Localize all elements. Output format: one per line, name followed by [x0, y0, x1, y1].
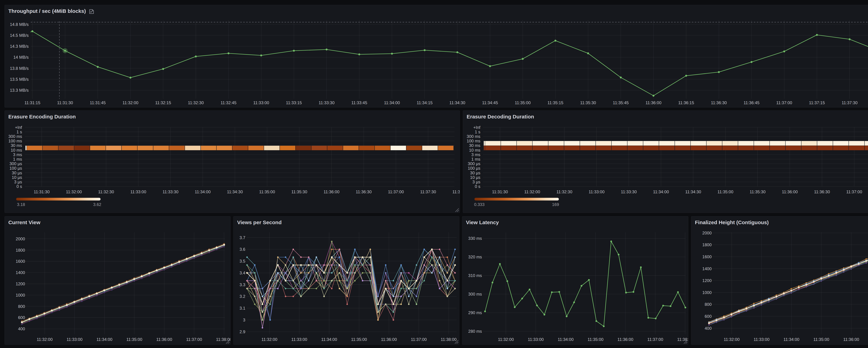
svg-text:10 ms: 10 ms: [469, 148, 480, 152]
svg-text:11:37:15: 11:37:15: [809, 100, 825, 105]
svg-text:1400: 1400: [16, 270, 25, 275]
svg-text:Erasure Decoding Duration: Erasure Decoding Duration: [467, 114, 534, 119]
svg-text:11:34:45: 11:34:45: [482, 100, 498, 105]
svg-text:11:37:00: 11:37:00: [411, 337, 427, 342]
svg-text:11:35:00: 11:35:00: [587, 337, 603, 342]
svg-text:11:33:45: 11:33:45: [351, 100, 367, 105]
svg-text:3.5: 3.5: [240, 259, 245, 263]
svg-text:+Inf: +Inf: [473, 125, 480, 130]
svg-text:3.2: 3.2: [240, 294, 245, 299]
svg-text:11:33:00: 11:33:00: [589, 190, 604, 194]
svg-text:11:33:00: 11:33:00: [67, 337, 83, 342]
svg-text:14.3 MB/s: 14.3 MB/s: [10, 44, 29, 49]
svg-text:11:37:00: 11:37:00: [846, 190, 862, 194]
svg-text:100 ms: 100 ms: [467, 139, 480, 143]
svg-text:11:36:00: 11:36:00: [381, 337, 397, 342]
svg-text:0.333: 0.333: [474, 202, 485, 207]
svg-text:11:32:00: 11:32:00: [724, 337, 740, 342]
svg-text:11:34:00: 11:34:00: [195, 190, 211, 194]
svg-text:3 ms: 3 ms: [13, 152, 22, 157]
svg-text:11:36:30: 11:36:30: [356, 190, 372, 194]
svg-text:30 ms: 30 ms: [11, 143, 22, 148]
svg-text:11:34:30: 11:34:30: [685, 190, 701, 194]
svg-text:300 ms: 300 ms: [468, 292, 482, 296]
svg-text:3 µs: 3 µs: [14, 179, 22, 184]
svg-text:11:32:00: 11:32:00: [261, 337, 277, 342]
svg-text:1200: 1200: [702, 278, 712, 283]
svg-text:30 µs: 30 µs: [470, 171, 480, 175]
svg-text:11:37:30: 11:37:30: [842, 100, 858, 105]
svg-text:3.62: 3.62: [93, 202, 101, 207]
svg-text:800: 800: [18, 304, 25, 309]
svg-text:11:35:00: 11:35:00: [515, 100, 531, 105]
svg-text:11:32:00: 11:32:00: [66, 190, 82, 194]
svg-text:100 ms: 100 ms: [8, 139, 22, 143]
svg-text:0 s: 0 s: [17, 184, 22, 189]
svg-text:11:34:30: 11:34:30: [227, 190, 243, 194]
svg-text:0 s: 0 s: [475, 184, 480, 189]
svg-text:Current View: Current View: [8, 220, 40, 225]
svg-text:11:31:30: 11:31:30: [57, 100, 73, 105]
svg-text:11:36:00: 11:36:00: [843, 337, 859, 342]
svg-text:30 ms: 30 ms: [469, 143, 480, 148]
svg-text:300 µs: 300 µs: [9, 161, 22, 166]
svg-text:600: 600: [705, 314, 712, 319]
svg-text:3.4: 3.4: [240, 270, 245, 275]
svg-text:10 µs: 10 µs: [12, 175, 22, 180]
svg-text:13.5 MB/s: 13.5 MB/s: [10, 77, 29, 82]
svg-text:1000: 1000: [702, 290, 712, 295]
svg-text:11:36:00: 11:36:00: [618, 337, 633, 342]
svg-text:13.8 MB/s: 13.8 MB/s: [10, 66, 29, 71]
svg-text:11:34:00: 11:34:00: [96, 337, 113, 342]
svg-text:2000: 2000: [702, 231, 712, 235]
svg-text:11:36:15: 11:36:15: [678, 100, 694, 105]
svg-text:3.6: 3.6: [240, 247, 245, 252]
svg-text:3.7: 3.7: [240, 235, 245, 240]
svg-text:11:35:00: 11:35:00: [351, 337, 367, 342]
svg-text:1800: 1800: [16, 248, 25, 253]
svg-text:1600: 1600: [16, 259, 25, 264]
svg-text:100 µs: 100 µs: [9, 166, 22, 171]
svg-text:300 ms: 300 ms: [467, 134, 480, 139]
svg-text:2.9: 2.9: [240, 329, 245, 334]
svg-text:11:31:45: 11:31:45: [90, 100, 106, 105]
svg-text:1000: 1000: [16, 293, 25, 297]
svg-text:11:35:00: 11:35:00: [813, 337, 829, 342]
svg-text:11:33:00: 11:33:00: [291, 337, 307, 342]
svg-text:11:38:00: 11:38:00: [453, 190, 460, 194]
svg-text:11:35:00: 11:35:00: [126, 337, 142, 342]
svg-text:11:33:15: 11:33:15: [286, 100, 302, 105]
svg-text:1200: 1200: [16, 282, 25, 286]
svg-text:11:31:30: 11:31:30: [34, 190, 50, 194]
svg-text:1600: 1600: [702, 254, 712, 259]
svg-text:11:33:30: 11:33:30: [162, 190, 179, 194]
svg-text:11:32:30: 11:32:30: [556, 190, 572, 194]
svg-text:Finalized Height (Contiguous): Finalized Height (Contiguous): [695, 220, 769, 225]
svg-text:300 µs: 300 µs: [468, 161, 480, 166]
svg-text:11:38:00: 11:38:00: [441, 337, 457, 342]
svg-text:Throughput / sec (4MiB blocks): Throughput / sec (4MiB blocks): [8, 8, 86, 14]
svg-text:11:36:00: 11:36:00: [646, 100, 661, 105]
svg-text:1 ms: 1 ms: [13, 157, 22, 162]
svg-text:3.1: 3.1: [240, 306, 245, 311]
svg-text:11:36:30: 11:36:30: [711, 100, 727, 105]
svg-text:11:35:30: 11:35:30: [750, 190, 766, 194]
svg-text:11:35:00: 11:35:00: [717, 190, 734, 194]
svg-text:3: 3: [243, 318, 245, 322]
svg-text:300 ms: 300 ms: [8, 134, 22, 139]
svg-text:11:36:00: 11:36:00: [156, 337, 172, 342]
svg-text:10 ms: 10 ms: [11, 148, 22, 152]
svg-text:320 ms: 320 ms: [468, 255, 482, 259]
svg-text:11:33:30: 11:33:30: [318, 100, 335, 105]
svg-text:11:37:00: 11:37:00: [776, 100, 792, 105]
svg-text:310 ms: 310 ms: [468, 273, 482, 278]
svg-text:1 ms: 1 ms: [471, 157, 480, 162]
svg-text:11:32:30: 11:32:30: [188, 100, 204, 105]
svg-text:800: 800: [705, 302, 712, 307]
svg-text:10 µs: 10 µs: [470, 175, 480, 180]
svg-text:11:36:30: 11:36:30: [814, 190, 830, 194]
svg-text:11:32:00: 11:32:00: [498, 337, 514, 342]
svg-text:Views per Second: Views per Second: [237, 220, 282, 225]
svg-text:14.5 MB/s: 14.5 MB/s: [10, 33, 29, 38]
svg-text:400: 400: [18, 326, 25, 331]
